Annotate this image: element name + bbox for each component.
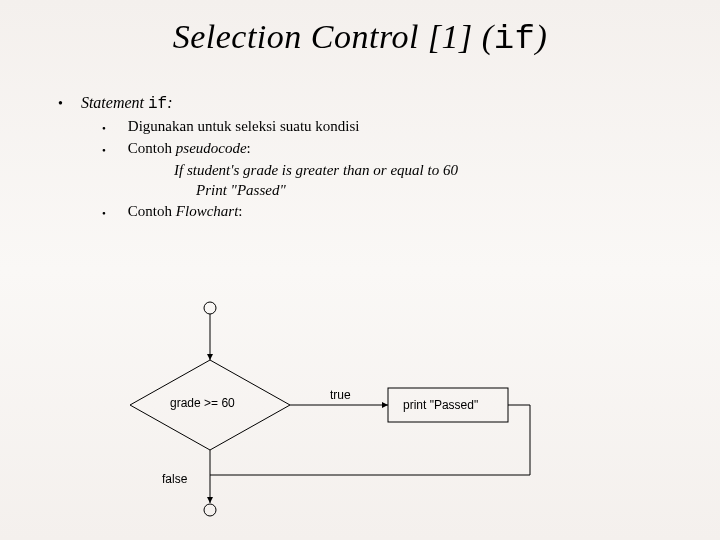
flowchart: grade >= 60 true false print "Passed": [120, 300, 620, 530]
sub3-suffix: :: [238, 203, 242, 219]
content-area: • Statement if: • Digunakan untuk seleks…: [0, 58, 720, 223]
sub3-prefix: Contoh: [128, 203, 176, 219]
l1-prefix: Statement: [81, 94, 148, 111]
bullet-l1-text: Statement if:: [81, 94, 173, 114]
title-suffix: ): [535, 18, 547, 55]
bullet-l2-1: • Digunakan untuk seleksi suatu kondisi: [102, 118, 680, 138]
bullet-dot: •: [102, 118, 106, 138]
false-label: false: [162, 472, 187, 486]
start-node-icon: [204, 302, 216, 314]
title-prefix: Selection Control: [173, 18, 428, 55]
bullet-level1: • Statement if:: [58, 94, 680, 114]
flowchart-svg: [120, 300, 620, 530]
sub2-suffix: :: [247, 140, 251, 156]
sub3-text: Contoh Flowchart:: [128, 203, 243, 223]
title-mono: if: [494, 20, 536, 58]
end-node-icon: [204, 504, 216, 516]
sub2-italic: pseudocode: [176, 140, 247, 156]
l1-suffix: :: [167, 94, 172, 111]
l1-mono: if: [148, 95, 167, 113]
edge-action-to-end: [210, 405, 530, 503]
action-label: print "Passed": [403, 398, 478, 412]
sub2-prefix: Contoh: [128, 140, 176, 156]
decision-label: grade >= 60: [170, 396, 235, 410]
pseudo-line1: If student's grade is greater than or eq…: [174, 160, 680, 180]
sub3-italic: Flowchart: [176, 203, 239, 219]
bullet-dot: •: [102, 140, 106, 160]
bullet-l2-2: • Contoh pseudocode:: [102, 140, 680, 160]
bullet-dot: •: [58, 94, 63, 114]
true-label: true: [330, 388, 351, 402]
pseudocode: If student's grade is greater than or eq…: [102, 160, 680, 201]
sub1-text: Digunakan untuk seleksi suatu kondisi: [128, 118, 360, 138]
bullet-l2-3: • Contoh Flowchart:: [102, 203, 680, 223]
pseudo-line2: Print "Passed": [174, 180, 680, 200]
title-bracket: [1] (: [428, 18, 494, 55]
bullet-dot: •: [102, 203, 106, 223]
sub2-text: Contoh pseudocode:: [128, 140, 251, 160]
sub-bullets: • Digunakan untuk seleksi suatu kondisi …: [58, 118, 680, 223]
slide-title: Selection Control [1] (if): [0, 0, 720, 58]
